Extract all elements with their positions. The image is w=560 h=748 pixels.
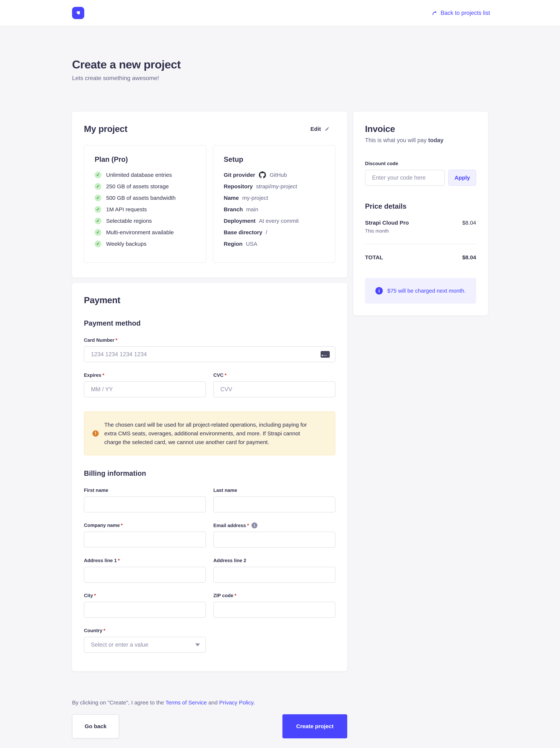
- last-name-field-group: Last name: [213, 477, 335, 512]
- email-info-icon[interactable]: i: [251, 522, 258, 529]
- plan-feature-label: 250 GB of assets storage: [106, 183, 169, 190]
- first-name-input[interactable]: [84, 496, 206, 512]
- plan-feature: ✓ Selectable regions: [95, 217, 196, 225]
- plan-feature-label: 1M API requests: [106, 206, 147, 213]
- footer-actions: Go back Create project: [72, 714, 347, 739]
- invoice-subtitle-prefix: This is what you will pay: [365, 137, 428, 143]
- last-name-input[interactable]: [213, 496, 335, 512]
- payment-card: Payment Payment method Card Number*: [72, 283, 347, 671]
- zip-code-label: ZIP code*: [213, 593, 335, 599]
- plan-feature: ✓ 500 GB of assets bandwidth: [95, 194, 196, 202]
- zip-code-input[interactable]: [213, 602, 335, 618]
- first-name-field-group: First name: [84, 477, 206, 512]
- city-input[interactable]: [84, 602, 206, 618]
- required-marker: *: [102, 372, 104, 378]
- address-line2-field-group: Address line 2: [213, 548, 335, 583]
- terms-prefix: By clicking on "Create", I agree to the: [72, 699, 165, 705]
- page-content: Create a new project Lets create somethi…: [72, 26, 488, 748]
- required-marker: *: [103, 628, 105, 633]
- card-number-label: Card Number*: [84, 337, 335, 343]
- setup-label: Repository: [224, 183, 253, 190]
- setup-label: Branch: [224, 206, 243, 213]
- check-icon: ✓: [95, 172, 101, 178]
- setup-value: my-project: [242, 194, 268, 202]
- next-month-charge-note: i $75 will be charged next month.: [365, 278, 476, 304]
- apply-discount-button[interactable]: Apply: [448, 170, 476, 186]
- required-marker: *: [235, 593, 236, 599]
- first-name-label: First name: [84, 487, 206, 493]
- expires-input[interactable]: [84, 381, 206, 397]
- first-name-label-text: First name: [84, 487, 108, 493]
- country-label-text: Country: [84, 628, 102, 633]
- curved-arrow-icon: [432, 10, 438, 16]
- company-name-input[interactable]: [84, 532, 206, 547]
- credit-card-icon: [321, 351, 330, 358]
- setup-value: USA: [246, 240, 258, 248]
- setup-value: strapi/my-project: [256, 183, 297, 190]
- setup-panel: Setup Git provider GitHub Repository: [213, 145, 335, 263]
- email-label: Email address* i: [213, 522, 335, 529]
- cvc-label: CVC*: [213, 372, 335, 378]
- terms-text: By clicking on "Create", I agree to the …: [72, 699, 347, 706]
- plan-feature-list: ✓ Unlimited database entries ✓ 250 GB of…: [95, 171, 196, 248]
- billing-information-title: Billing information: [84, 469, 335, 477]
- terms-of-service-link[interactable]: Terms of Service: [165, 699, 207, 705]
- payment-title: Payment: [84, 295, 335, 305]
- address-line1-field-group: Address line 1*: [84, 548, 206, 583]
- city-field-group: City*: [84, 583, 206, 618]
- plan-feature: ✓ 250 GB of assets storage: [95, 183, 196, 190]
- plan-feature-label: Selectable regions: [106, 217, 152, 225]
- required-marker: *: [225, 372, 226, 378]
- privacy-policy-link[interactable]: Privacy Policy: [219, 699, 253, 705]
- discount-code-input[interactable]: [365, 170, 445, 186]
- total-row: TOTAL $8.04: [365, 254, 476, 261]
- required-marker: *: [94, 593, 96, 599]
- setup-label: Region: [224, 240, 243, 248]
- address-line1-input[interactable]: [84, 567, 206, 583]
- country-select[interactable]: Select or enter a value: [84, 637, 206, 653]
- email-input[interactable]: [213, 532, 335, 548]
- country-label: Country*: [84, 628, 206, 633]
- address-line2-input[interactable]: [213, 567, 335, 583]
- create-project-button[interactable]: Create project: [283, 714, 347, 739]
- my-project-card: My project Edit Plan (Pro): [72, 112, 347, 278]
- pencil-icon: [324, 126, 330, 132]
- plan-feature-label: Weekly backups: [106, 240, 146, 248]
- plan-feature: ✓ 1M API requests: [95, 206, 196, 213]
- discount-code-label: Discount code: [365, 161, 476, 166]
- check-icon: ✓: [95, 217, 101, 224]
- city-label: City*: [84, 593, 206, 599]
- setup-value: main: [246, 206, 258, 213]
- last-name-label: Last name: [213, 487, 335, 493]
- expires-label: Expires*: [84, 372, 206, 378]
- page-title: Create a new project: [72, 58, 488, 71]
- address-line2-label: Address line 2: [213, 558, 335, 563]
- back-to-projects-link[interactable]: Back to projects list: [432, 9, 490, 16]
- card-usage-warning: ! The chosen card will be used for all p…: [84, 412, 335, 455]
- zip-code-field-group: ZIP code*: [213, 583, 335, 618]
- setup-value: /: [266, 229, 267, 236]
- invoice-title: Invoice: [365, 124, 476, 134]
- total-amount: $8.04: [462, 254, 476, 261]
- total-label: TOTAL: [365, 254, 383, 261]
- check-icon: ✓: [95, 229, 101, 236]
- required-marker: *: [118, 558, 120, 563]
- address-line1-label-text: Address line 1: [84, 558, 117, 563]
- github-icon: [259, 171, 266, 179]
- strapi-logo-icon[interactable]: [72, 7, 84, 19]
- back-link-label: Back to projects list: [441, 9, 490, 16]
- edit-button[interactable]: Edit: [310, 126, 330, 132]
- setup-label: Base directory: [224, 229, 262, 236]
- setup-value: At every commit: [259, 217, 299, 225]
- go-back-button[interactable]: Go back: [72, 714, 119, 739]
- payment-method-title: Payment method: [84, 319, 335, 327]
- email-field-group: Email address* i: [213, 512, 335, 548]
- price-details-title: Price details: [365, 202, 476, 210]
- cvc-input[interactable]: [213, 381, 335, 397]
- company-name-field-group: Company name*: [84, 512, 206, 548]
- info-icon: i: [375, 287, 383, 295]
- card-number-input[interactable]: [84, 346, 335, 362]
- setup-row-deployment: Deployment At every commit: [224, 217, 325, 225]
- chevron-down-icon: [195, 644, 200, 646]
- setup-row-git-provider: Git provider GitHub: [224, 171, 325, 179]
